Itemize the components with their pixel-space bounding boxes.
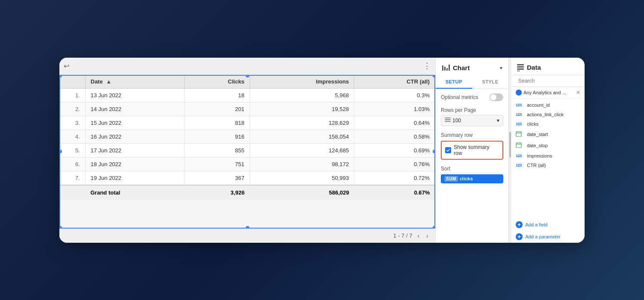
field-item[interactable]: 123 actions_link_click xyxy=(511,110,585,119)
cell-num: 4. xyxy=(59,130,85,143)
table-row: 6. 18 Jun 2022 751 98,172 0.76% xyxy=(59,157,435,171)
add-field-row[interactable]: Add a field xyxy=(511,219,585,231)
handle-br[interactable] xyxy=(433,226,435,229)
chart-panel-title: Chart xyxy=(453,64,470,71)
rows-select-icon: 100 xyxy=(445,118,461,124)
svg-rect-4 xyxy=(517,64,524,65)
sort-label: Sort xyxy=(441,166,503,172)
summary-row-section: Summary row Show summary row xyxy=(441,132,503,160)
table-footer: 1 - 7 / 7 ‹ › xyxy=(59,229,435,243)
svg-rect-7 xyxy=(517,71,520,71)
cell-num: 7. xyxy=(59,171,85,185)
table-row: 7. 19 Jun 2022 367 50,993 0.72% xyxy=(59,171,435,185)
field-item[interactable]: date_stop xyxy=(511,140,585,151)
svg-rect-5 xyxy=(517,66,524,68)
optional-metrics-toggle[interactable] xyxy=(489,93,503,101)
rows-per-page-section: Rows per Page 100 ▾ xyxy=(441,107,503,126)
sort-tag[interactable]: SUM clicks xyxy=(441,174,503,183)
svg-rect-1 xyxy=(444,67,446,71)
field-item[interactable]: 123 clicks xyxy=(511,119,585,129)
handle-bm[interactable] xyxy=(246,226,249,229)
scrollbar-thumb xyxy=(509,132,511,158)
panel-body: Optional metrics Rows per Page 100 xyxy=(436,89,508,243)
field-item[interactable]: 123 CTR (all) xyxy=(511,161,585,170)
cell-clicks: 751 xyxy=(185,157,250,171)
sort-arrow-date: ▲ xyxy=(106,78,111,85)
cell-clicks: 201 xyxy=(185,102,250,116)
cell-date: 18 Jun 2022 xyxy=(85,157,185,171)
svg-rect-0 xyxy=(442,65,443,71)
data-icon xyxy=(517,64,524,71)
table-toolbar: ↩ ⋮ xyxy=(59,58,435,75)
field-name: impressions xyxy=(527,153,552,158)
panel-header: Chart ▾ xyxy=(436,58,508,72)
cell-clicks: 916 xyxy=(185,130,250,143)
panel-header-left: Chart xyxy=(442,64,470,72)
chart-icon xyxy=(442,64,450,72)
table-line-2 xyxy=(445,119,451,120)
table-row: 4. 16 Jun 2022 916 158,054 0.58% xyxy=(59,130,435,143)
rows-per-page-label: Rows per Page xyxy=(441,107,503,113)
panel-scrollbar[interactable] xyxy=(509,58,511,243)
chart-chevron[interactable]: ▾ xyxy=(500,65,502,71)
field-type-icon: 123 xyxy=(516,103,524,107)
svg-point-10 xyxy=(517,91,520,94)
data-source-close[interactable]: ✕ xyxy=(576,90,580,96)
tab-setup[interactable]: SETUP xyxy=(436,76,472,89)
field-name: date_stop xyxy=(527,143,548,148)
table-line-1 xyxy=(445,118,451,118)
show-summary-row-label: Show summary row xyxy=(454,144,499,156)
cell-num: 6. xyxy=(59,157,85,171)
rows-select-chevron: ▾ xyxy=(497,118,499,124)
show-summary-row-checkbox[interactable]: Show summary row xyxy=(441,141,503,160)
data-panel-title: Data xyxy=(527,64,579,71)
field-name: CTR (all) xyxy=(527,163,546,168)
add-parameter-row[interactable]: Add a parameter xyxy=(511,231,585,243)
field-item[interactable]: 123 impressions xyxy=(511,151,585,161)
svg-rect-6 xyxy=(517,68,524,70)
col-header-impressions[interactable]: Impressions xyxy=(250,75,354,89)
col-header-ctr[interactable]: CTR (all) xyxy=(354,75,435,89)
footer-ctr: 0.67% xyxy=(354,185,435,200)
cell-num: 2. xyxy=(59,102,85,116)
table-row: 2. 14 Jun 2022 201 19,528 1.03% xyxy=(59,102,435,116)
cell-clicks: 855 xyxy=(185,143,250,157)
col-header-num xyxy=(59,75,85,89)
next-page-button[interactable]: › xyxy=(424,232,430,240)
tab-style[interactable]: STYLE xyxy=(472,76,509,89)
cell-num: 5. xyxy=(59,143,85,157)
table-lines-icon xyxy=(445,118,451,124)
svg-rect-3 xyxy=(449,65,450,71)
rows-per-page-select[interactable]: 100 ▾ xyxy=(441,115,503,126)
rows-per-page-value: 100 xyxy=(452,118,461,124)
cell-num: 3. xyxy=(59,116,85,130)
field-type-icon xyxy=(516,142,524,149)
cell-ctr: 0.58% xyxy=(354,130,435,143)
search-input[interactable] xyxy=(518,78,583,84)
undo-icon[interactable]: ↩ xyxy=(64,62,69,70)
table-row: 3. 15 Jun 2022 818 128,629 0.64% xyxy=(59,116,435,130)
cell-impressions: 50,993 xyxy=(250,171,354,185)
col-header-clicks[interactable]: Clicks xyxy=(185,75,250,89)
data-panel-header: Data xyxy=(511,58,585,75)
table-area: ↩ ⋮ Date ▲ Clicks xyxy=(59,58,436,243)
cell-date: 16 Jun 2022 xyxy=(85,130,185,143)
field-item[interactable]: date_start xyxy=(511,129,585,140)
panel-tabs: SETUP STYLE xyxy=(436,76,508,89)
prev-page-button[interactable]: ‹ xyxy=(416,232,421,240)
add-field-label: Add a field xyxy=(525,222,548,227)
field-name: date_start xyxy=(527,132,548,137)
handle-bl[interactable] xyxy=(59,226,62,229)
cell-impressions: 158,054 xyxy=(250,130,354,143)
main-card: ↩ ⋮ Date ▲ Clicks xyxy=(59,58,585,243)
col-header-date[interactable]: Date ▲ xyxy=(85,75,185,89)
toolbar-left: ↩ xyxy=(64,62,69,70)
optional-metrics-row: Optional metrics xyxy=(441,93,503,101)
more-options-icon[interactable]: ⋮ xyxy=(423,61,431,71)
field-type-icon xyxy=(516,131,524,138)
field-item[interactable]: 123 account_id xyxy=(511,100,585,110)
data-panel: Data Any Analytics and ... ✕ 123 account… xyxy=(511,58,585,243)
field-type-icon: 123 xyxy=(516,112,524,117)
footer-impressions: 586,029 xyxy=(250,185,354,200)
cell-clicks: 18 xyxy=(185,88,250,102)
